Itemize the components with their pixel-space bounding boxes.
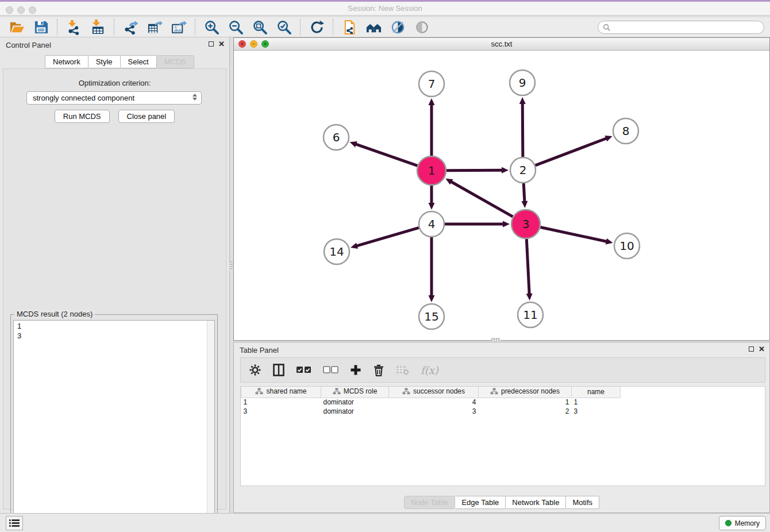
select-all-columns-button[interactable] bbox=[296, 366, 311, 374]
checked-boxes-icon bbox=[296, 366, 311, 374]
table-row[interactable]: 1 dominator 4 1 1 bbox=[241, 398, 765, 407]
graph-edge-2-8[interactable] bbox=[536, 136, 613, 165]
graph-node-6[interactable]: 6 bbox=[324, 125, 349, 150]
graph-edge-4-14[interactable] bbox=[351, 228, 419, 249]
table-tabs: Node Table Edge Table Network Table Moti… bbox=[234, 496, 769, 509]
trash-icon bbox=[373, 364, 384, 376]
control-panel-tabs: Network Style Select MCDS bbox=[45, 55, 194, 68]
zoom-out-button[interactable] bbox=[227, 18, 244, 36]
result-scrollbar[interactable] bbox=[207, 321, 214, 532]
column-header-successor-nodes[interactable]: successor nodes bbox=[389, 387, 479, 398]
zoom-in-button[interactable] bbox=[203, 18, 220, 36]
run-mcds-button[interactable]: Run MCDS bbox=[55, 110, 110, 123]
task-history-button[interactable] bbox=[6, 516, 23, 530]
window-divider-grip[interactable] bbox=[491, 338, 500, 341]
graph-edge-1-4[interactable] bbox=[429, 186, 435, 210]
close-panel-button[interactable]: Close panel bbox=[118, 110, 175, 123]
tab-motifs[interactable]: Motifs bbox=[566, 496, 599, 509]
tab-edge-table[interactable]: Edge Table bbox=[455, 496, 506, 509]
graph-svg[interactable]: 7968124314101511 bbox=[234, 51, 768, 341]
graph-node-10[interactable]: 10 bbox=[614, 233, 640, 259]
birdseye-view-button[interactable] bbox=[413, 18, 430, 36]
export-table-button[interactable] bbox=[146, 18, 163, 36]
graph-node-1[interactable]: 1 bbox=[417, 156, 446, 185]
tab-node-table[interactable]: Node Table bbox=[404, 496, 456, 509]
search-field[interactable] bbox=[598, 21, 764, 34]
network-file-icon bbox=[342, 20, 357, 35]
show-graphics-details-button[interactable] bbox=[389, 18, 406, 36]
graph-edge-2-9[interactable] bbox=[519, 97, 526, 157]
svg-text:6: 6 bbox=[333, 130, 340, 144]
float-table-panel-icon[interactable] bbox=[749, 346, 754, 352]
column-header-shared-name[interactable]: shared name bbox=[241, 387, 321, 398]
graph-edge-3-11[interactable] bbox=[526, 239, 533, 300]
mcds-result-area[interactable]: 1 3 bbox=[13, 320, 215, 532]
unselect-all-columns-button[interactable] bbox=[323, 366, 338, 374]
network-title: scc.txt bbox=[234, 40, 769, 48]
criterion-value: strongly connected component bbox=[33, 94, 134, 102]
graph-edge-1-6[interactable] bbox=[350, 141, 418, 165]
tab-select[interactable]: Select bbox=[121, 55, 157, 68]
table-row[interactable]: 3 dominator 3 2 3 bbox=[241, 407, 765, 416]
export-table-icon bbox=[147, 20, 163, 35]
application-window: Session: New Session Control Panel bbox=[0, 0, 770, 532]
graph-edge-1-2[interactable] bbox=[446, 167, 509, 174]
open-folder-icon bbox=[9, 20, 25, 35]
zoom-fit-button[interactable] bbox=[251, 18, 268, 36]
graph-node-4[interactable]: 4 bbox=[419, 211, 444, 237]
tab-mcds[interactable]: MCDS bbox=[157, 55, 194, 68]
graph-edge-4-15[interactable] bbox=[429, 237, 435, 302]
graph-edge-3-1[interactable] bbox=[445, 179, 513, 217]
graph-edge-2-3[interactable] bbox=[521, 183, 528, 208]
save-button[interactable] bbox=[32, 18, 49, 36]
zoom-fit-icon bbox=[252, 20, 268, 35]
tab-style[interactable]: Style bbox=[88, 55, 121, 68]
delete-table-button[interactable] bbox=[396, 365, 409, 375]
graph-node-7[interactable]: 7 bbox=[419, 71, 444, 97]
open-button[interactable] bbox=[8, 18, 25, 36]
tab-network[interactable]: Network bbox=[45, 55, 88, 68]
table-settings-button[interactable] bbox=[249, 364, 261, 376]
memory-button[interactable]: Memory bbox=[719, 516, 766, 530]
search-input[interactable] bbox=[611, 24, 764, 32]
graph-node-15[interactable]: 15 bbox=[419, 304, 444, 329]
graph-node-8[interactable]: 8 bbox=[613, 118, 638, 144]
create-column-button[interactable] bbox=[350, 364, 361, 376]
export-image-button[interactable] bbox=[170, 18, 187, 36]
graph-node-11[interactable]: 11 bbox=[518, 302, 543, 327]
graphics-details-icon bbox=[390, 20, 406, 35]
graph-edge-3-10[interactable] bbox=[540, 227, 613, 244]
column-header-name[interactable]: name bbox=[572, 387, 621, 398]
status-bar: Memory bbox=[0, 513, 770, 532]
column-header-mcds-role[interactable]: MCDS role bbox=[321, 387, 389, 398]
graph-node-3[interactable]: 3 bbox=[511, 210, 540, 238]
graph-edge-4-3[interactable] bbox=[445, 221, 510, 228]
delete-columns-button[interactable] bbox=[373, 364, 384, 376]
network-canvas[interactable]: 7968124314101511 bbox=[234, 51, 769, 340]
graph-node-14[interactable]: 14 bbox=[324, 239, 349, 264]
close-panel-icon[interactable]: ✕ bbox=[218, 41, 225, 47]
zoom-selected-button[interactable] bbox=[275, 18, 292, 36]
network-window-titlebar[interactable]: × − + scc.txt bbox=[234, 38, 769, 51]
result-line: 1 bbox=[17, 321, 203, 331]
open-network-file-button[interactable] bbox=[341, 18, 358, 36]
function-builder-button[interactable]: f(x) bbox=[421, 364, 438, 376]
network-view-window: × − + scc.txt 7968124314101511 bbox=[233, 37, 770, 341]
panel-divider-grip[interactable] bbox=[229, 261, 233, 271]
list-icon bbox=[9, 519, 20, 527]
home-houses-icon bbox=[366, 20, 382, 35]
criterion-dropdown[interactable]: strongly connected component bbox=[26, 91, 202, 105]
graph-edge-1-7[interactable] bbox=[429, 98, 435, 156]
column-header-predecessor-nodes[interactable]: predecessor nodes bbox=[479, 387, 572, 398]
show-columns-button[interactable] bbox=[273, 364, 284, 376]
close-table-panel-icon[interactable]: ✕ bbox=[759, 346, 765, 352]
import-table-button[interactable] bbox=[89, 18, 106, 36]
refresh-button[interactable] bbox=[308, 18, 325, 36]
export-network-button[interactable] bbox=[122, 18, 139, 36]
graph-node-9[interactable]: 9 bbox=[510, 70, 535, 95]
import-network-button[interactable] bbox=[65, 18, 82, 36]
float-panel-icon[interactable] bbox=[209, 41, 214, 47]
graph-node-2[interactable]: 2 bbox=[510, 157, 536, 183]
tab-network-table[interactable]: Network Table bbox=[506, 496, 566, 509]
cybrowser-button[interactable] bbox=[365, 18, 382, 36]
